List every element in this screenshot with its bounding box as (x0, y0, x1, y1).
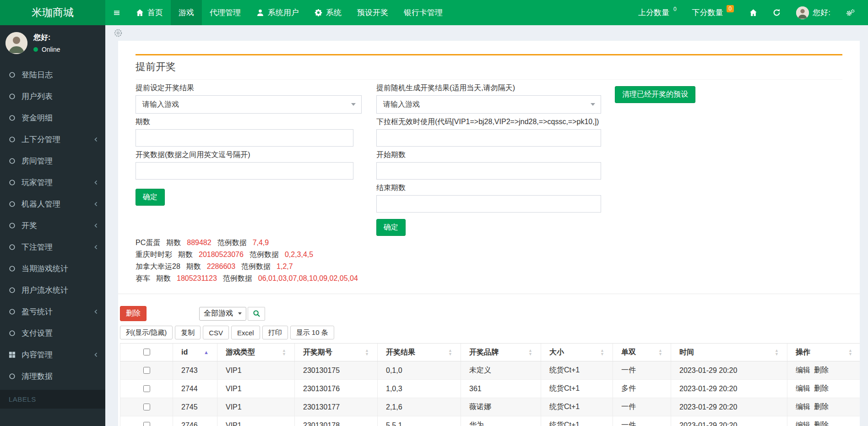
game-select[interactable]: 请输入游戏 (136, 95, 362, 114)
column-header-actions[interactable]: 操作▲▼ (787, 344, 860, 361)
select-all-checkbox[interactable] (143, 349, 150, 355)
game-filter-select[interactable]: 全部游戏 (199, 307, 246, 321)
issue-input[interactable] (136, 129, 353, 147)
circle-icon (9, 179, 16, 186)
nav-item-system[interactable]: 系统 (307, 0, 349, 25)
gear-icon (315, 9, 322, 16)
edit-link[interactable]: 编辑 (796, 421, 810, 426)
draw-table-section: 删除 全部游戏 列(显示/隐藏) 复制 CSV Excel 打印 显示 1 (118, 294, 860, 426)
sort-icon: ▲▼ (448, 349, 452, 356)
home-shortcut-button[interactable] (742, 0, 765, 25)
up-score-item[interactable]: 上分数量0 (630, 0, 684, 25)
delete-link[interactable]: 删除 (814, 366, 829, 374)
start-issue-input[interactable] (376, 162, 601, 180)
edit-link[interactable]: 编辑 (796, 384, 810, 392)
column-header-brand[interactable]: 开奖品牌▲▼ (461, 344, 541, 361)
column-header-issue[interactable]: 开奖期号▲▼ (295, 344, 378, 361)
draw-results-table: id▲ 游戏类型▲▼ 开奖期号▲▼ 开奖结果▲▼ 开奖品牌▲▼ 大小▲▼ 单双▲… (120, 343, 860, 426)
circle-icon (9, 136, 16, 143)
circle-icon (9, 265, 16, 272)
end-issue-input[interactable] (376, 195, 601, 213)
excel-button[interactable]: Excel (231, 326, 260, 339)
clear-drawn-presets-button[interactable]: 清理已经开奖的预设 (615, 86, 695, 103)
csv-button[interactable]: CSV (203, 326, 229, 339)
user-menu[interactable]: 您好: (788, 0, 838, 25)
main-content: 提前开奖 提前设定开奖结果 请输入游戏 期数 (105, 25, 868, 426)
delete-link[interactable]: 删除 (814, 403, 829, 410)
sidebar-item-user-flow-stats[interactable]: 用户流水统计 (0, 279, 105, 301)
delete-link[interactable]: 删除 (814, 421, 829, 426)
nav-item-preset-draw[interactable]: 预设开奖 (349, 0, 396, 25)
nav-item-home[interactable]: 首页 (128, 0, 171, 25)
sidebar-item-robot-management[interactable]: 机器人管理 (0, 193, 105, 215)
down-score-item[interactable]: 下分数量0 (684, 0, 742, 25)
row-checkbox[interactable] (143, 385, 150, 392)
set-result-submit-button[interactable]: 确定 (136, 189, 165, 206)
row-checkbox[interactable] (143, 404, 150, 410)
circle-icon (9, 244, 16, 251)
random-game-select[interactable]: 请输入游戏 (376, 95, 601, 114)
sidebar-item-payment-settings[interactable]: 支付设置 (0, 322, 105, 344)
table-header-row: id▲ 游戏类型▲▼ 开奖期号▲▼ 开奖结果▲▼ 开奖品牌▲▼ 大小▲▼ 单双▲… (120, 344, 860, 361)
bulk-delete-button[interactable]: 删除 (120, 306, 146, 321)
sidebar-item-login-log[interactable]: 登陆日志 (0, 64, 105, 86)
circle-icon (9, 373, 16, 380)
cogs-icon (846, 9, 855, 16)
column-header-size[interactable]: 大小▲▼ (541, 344, 613, 361)
table-tools: 列(显示/隐藏) 复制 CSV Excel 打印 显示 10 条 (120, 326, 858, 339)
nav-item-system-users[interactable]: 系统用户 (249, 0, 307, 25)
sidebar-item-user-list[interactable]: 用户列表 (0, 86, 105, 107)
print-button[interactable]: 打印 (262, 326, 288, 339)
sidebar-item-room-management[interactable]: 房间管理 (0, 150, 105, 172)
column-header-parity[interactable]: 单双▲▼ (613, 344, 671, 361)
start-issue-label: 开始期数 (376, 150, 601, 159)
chevron-down-icon (591, 103, 595, 106)
sort-icon: ▲▼ (775, 349, 779, 356)
sort-icon: ▲▼ (848, 349, 852, 356)
column-header-game-type[interactable]: 游戏类型▲▼ (217, 344, 295, 361)
circle-icon (9, 287, 16, 294)
delete-link[interactable]: 删除 (814, 384, 829, 392)
settings-menu-button[interactable] (838, 0, 863, 25)
edit-link[interactable]: 编辑 (796, 366, 810, 374)
sidebar-item-score-management[interactable]: 上下分管理 (0, 129, 105, 150)
draw-data-input[interactable] (136, 162, 353, 180)
sidebar-item-profit-stats[interactable]: 盈亏统计 (0, 301, 105, 322)
sidebar-item-current-game-stats[interactable]: 当期游戏统计 (0, 258, 105, 279)
columns-visibility-button[interactable]: 列(显示/隐藏) (120, 326, 173, 339)
column-header-time[interactable]: 时间▲▼ (671, 344, 787, 361)
row-checkbox[interactable] (143, 367, 150, 374)
game-code-input[interactable] (376, 129, 601, 147)
sidebar-item-bet-management[interactable]: 下注管理 (0, 236, 105, 258)
nav-item-bank-cards[interactable]: 银行卡管理 (396, 0, 450, 25)
brand-logo[interactable]: 米珈商城 (0, 0, 105, 25)
sidebar-item-clean-data[interactable]: 清理数据 (0, 366, 105, 387)
sidebar-item-draw[interactable]: 开奖 (0, 215, 105, 236)
refresh-button[interactable] (765, 0, 788, 25)
sidebar-toggle-button[interactable] (105, 0, 128, 25)
column-header-id[interactable]: id▲ (173, 344, 217, 361)
page-length-button[interactable]: 显示 10 条 (290, 326, 334, 339)
refresh-icon (773, 9, 781, 16)
sample-line: 加拿大幸运28期数2286603范例数据1,2,7 (136, 261, 842, 273)
copy-button[interactable]: 复制 (175, 326, 201, 339)
sidebar-menu: 登陆日志 用户列表 资金明细 上下分管理 房间管理 玩家管理 机器人管理 (0, 64, 105, 387)
sort-asc-icon: ▲ (204, 350, 209, 355)
cog-outline-icon[interactable] (114, 28, 123, 38)
search-button[interactable] (248, 307, 265, 321)
nav-item-agents[interactable]: 代理管理 (202, 0, 249, 25)
column-header-result[interactable]: 开奖结果▲▼ (378, 344, 461, 361)
sidebar-item-player-management[interactable]: 玩家管理 (0, 172, 105, 193)
circle-icon (9, 93, 16, 100)
top-navbar: 米珈商城 首页 游戏 代理管理 系统用户 系统 预设开奖 银行卡管理 (0, 0, 868, 25)
nav-item-games[interactable]: 游戏 (171, 0, 202, 25)
sample-data-list: PC蛋蛋期数889482范例数据7,4,9 重庆时时彩期数20180523076… (136, 237, 842, 284)
random-submit-button[interactable]: 确定 (376, 219, 406, 236)
row-checkbox[interactable] (143, 422, 150, 426)
chevron-left-icon (93, 352, 99, 358)
user-status: Online (33, 46, 60, 53)
sidebar-item-funds-detail[interactable]: 资金明细 (0, 107, 105, 129)
edit-link[interactable]: 编辑 (796, 403, 810, 410)
sidebar: 您好: Online 登陆日志 用户列表 资金明细 上下分管理 房间管理 (0, 25, 105, 426)
sidebar-item-content-management[interactable]: 内容管理 (0, 344, 105, 366)
